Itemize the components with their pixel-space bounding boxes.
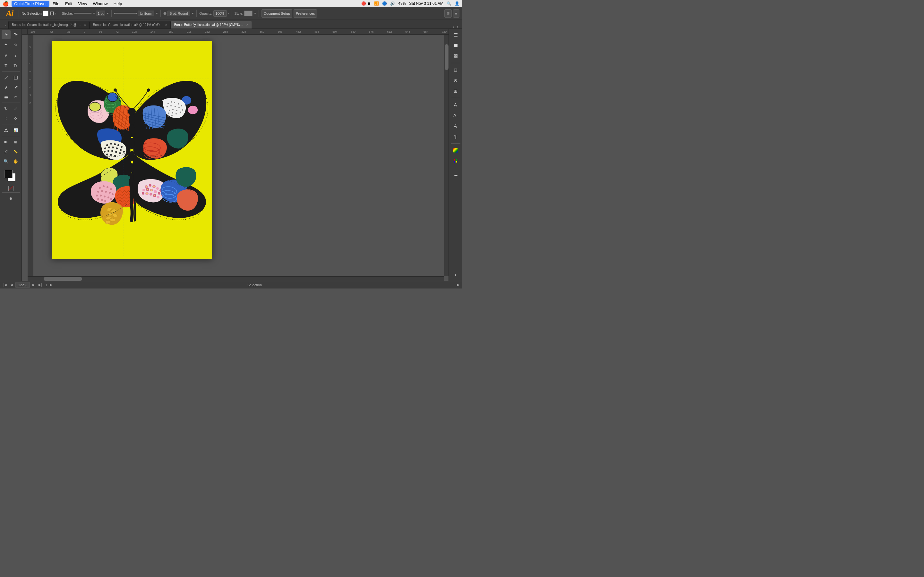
opacity-expand[interactable]: › [228, 11, 229, 16]
svg-point-74 [97, 191, 99, 193]
style-preview [244, 11, 252, 16]
rect-tool[interactable] [11, 73, 20, 82]
shaper-tool[interactable] [2, 126, 11, 135]
free-transform-tool[interactable]: ⊹ [11, 114, 20, 123]
lasso-tool[interactable]: ⌾ [11, 40, 20, 49]
svg-rect-128 [454, 35, 457, 35]
tab-close-1[interactable]: × [84, 23, 86, 27]
hand-tool[interactable]: ✋ [11, 157, 20, 166]
fill-no-fill: / [55, 11, 57, 15]
stroke-weight-input[interactable]: 1 pt [96, 11, 105, 16]
svg-point-84 [97, 198, 99, 200]
zoom-tool[interactable]: 🔍 [2, 157, 11, 166]
user-icon[interactable]: 👤 [455, 1, 459, 6]
fill-color-swatch[interactable] [43, 11, 48, 16]
tab-scroll-left[interactable]: ‹ [451, 25, 455, 29]
svg-rect-136 [456, 56, 457, 58]
character-btn[interactable]: A [451, 121, 460, 131]
stroke-icon[interactable] [49, 11, 55, 16]
apple-menu[interactable]: 🍎 [3, 1, 9, 7]
scrollbar-thumb-v[interactable] [445, 44, 449, 70]
expand-panels-btn[interactable]: › [451, 270, 460, 279]
direct-select-tool[interactable] [11, 30, 20, 39]
tab-ice-cream-beginning[interactable]: Bonus Ice Cream Illustration_beginning.a… [8, 21, 89, 29]
magic-wand-tool[interactable]: ✦ [2, 40, 11, 49]
scrollbar-horizontal[interactable] [27, 276, 444, 281]
nav-last[interactable]: ▶| [37, 282, 43, 287]
line-tool[interactable] [2, 73, 11, 82]
svg-point-70 [99, 187, 101, 189]
menu-window[interactable]: Window [90, 1, 110, 7]
text-tool[interactable]: T [2, 61, 11, 70]
layers-panel-btn[interactable] [451, 41, 460, 50]
measure-tool[interactable]: 📏 [11, 147, 20, 156]
svg-point-121 [129, 138, 135, 149]
menu-view[interactable]: View [75, 1, 89, 7]
add-anchor-tool[interactable]: + [11, 52, 20, 61]
properties-panel-btn[interactable] [451, 30, 460, 40]
artboard[interactable]: Bonus Butterfly Illustration [52, 41, 212, 259]
arrange-icon[interactable]: ⊞ [444, 9, 452, 18]
paintbrush-tool[interactable] [2, 83, 11, 92]
scale-tool[interactable]: ⤢ [11, 104, 20, 113]
pathfinder-btn[interactable]: ⊗ [451, 76, 460, 85]
no-selection-label: No Selection [21, 11, 41, 15]
brush-size-dropdown[interactable]: 5 pt. Round [168, 11, 190, 16]
svg-point-33 [111, 150, 113, 152]
nav-first[interactable]: |◀ [3, 282, 8, 287]
app-name[interactable]: QuickTime Player [11, 1, 49, 7]
zoom-input[interactable] [15, 282, 30, 288]
opacity-input[interactable] [213, 10, 227, 17]
nav-next[interactable]: ▶ [31, 282, 36, 287]
align-icon[interactable]: ≡ [453, 9, 459, 18]
foreground-color-swatch[interactable] [4, 170, 13, 178]
menu-edit[interactable]: Edit [63, 1, 75, 7]
graph-tool[interactable]: 📊 [11, 126, 20, 135]
pen-tool[interactable] [2, 52, 11, 61]
libraries-btn[interactable]: ☁ [451, 170, 460, 179]
nav-prev[interactable]: ◀ [9, 282, 14, 287]
paragraph-btn[interactable]: ¶ [451, 132, 460, 141]
tab-ice-cream[interactable]: Bonus Ice Cream Illustration.ai* @ 121% … [89, 21, 171, 29]
appearance-btn[interactable]: A [451, 100, 460, 110]
rotate-tool[interactable]: ↻ [2, 104, 11, 113]
tab-close-2[interactable]: × [165, 23, 167, 27]
svg-rect-140 [456, 161, 457, 163]
document-setup-button[interactable]: Document Setup [262, 9, 292, 18]
menu-help[interactable]: Help [111, 1, 125, 7]
scrollbar-vertical[interactable] [444, 35, 449, 276]
pencil-tool[interactable] [11, 83, 20, 92]
menu-file[interactable]: File [50, 1, 62, 7]
expand-status-btn[interactable]: ▶ [50, 283, 52, 287]
collapse-panel-btn[interactable]: ‹ [3, 22, 8, 29]
tab-close-3[interactable]: × [246, 23, 248, 27]
touch-type-tool[interactable]: T↑ [11, 61, 20, 70]
svg-point-86 [104, 200, 106, 202]
canvas-scroll-area[interactable]: -2 -1 0 1 2 3 4 5 Bonus Butterfly Illust… [27, 35, 449, 281]
symbol-sprayer-tool[interactable]: ⊕ [6, 194, 15, 203]
preferences-button[interactable]: Preferences [294, 9, 317, 18]
ruler-corner [22, 29, 27, 35]
swatches-btn[interactable] [451, 156, 460, 166]
search-icon[interactable]: 🔍 [447, 1, 451, 6]
color-panel-btn[interactable] [451, 145, 460, 155]
color-swatches[interactable] [4, 170, 18, 183]
scissors-tool[interactable]: ✂ [11, 92, 20, 101]
warp-tool[interactable]: ⌇ [2, 114, 11, 123]
stroke-uniform-dropdown[interactable]: Uniform [137, 11, 155, 16]
mesh-tool[interactable]: ⊞ [11, 137, 20, 147]
eraser-tool[interactable] [2, 92, 11, 101]
scrollbar-thumb-h[interactable] [44, 277, 82, 281]
assets-panel-btn[interactable] [451, 51, 460, 61]
align-panel-btn[interactable]: ⊟ [451, 65, 460, 75]
gradient-tool[interactable] [2, 137, 11, 147]
graphic-styles-btn[interactable]: A. [451, 111, 460, 120]
tab-scroll-right[interactable]: › [456, 25, 459, 29]
no-fill-swatch[interactable] [8, 186, 13, 191]
eyedropper-tool[interactable] [2, 147, 11, 156]
right-upper-wing [132, 81, 208, 160]
tab-label-1: Bonus Ice Cream Illustration_beginning.a… [12, 23, 82, 27]
transform-btn[interactable]: ⊞ [451, 86, 460, 96]
tab-butterfly[interactable]: Bonus Butterfly Illustration.ai @ 122% (… [171, 21, 252, 29]
select-tool[interactable] [2, 30, 11, 39]
